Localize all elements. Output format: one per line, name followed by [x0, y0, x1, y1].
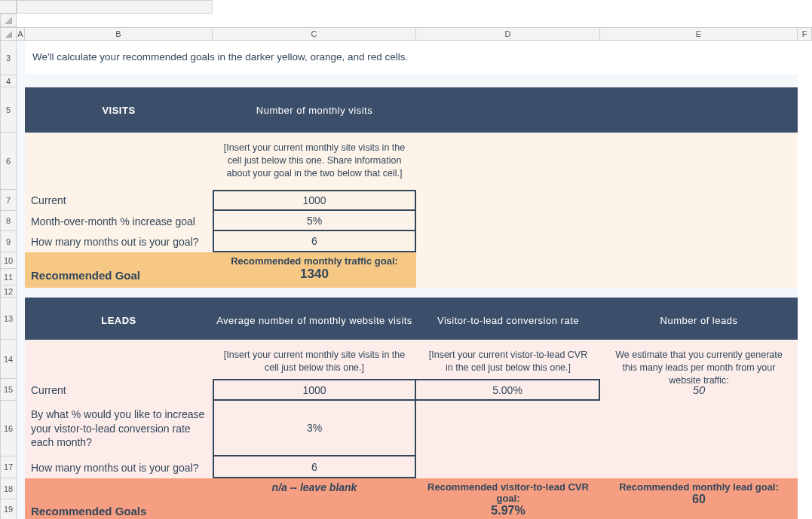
row-header[interactable]: 8 [0, 211, 17, 231]
row-header[interactable]: 11 [0, 269, 17, 285]
instruction-text: We'll calculate your recommended goals i… [25, 41, 798, 75]
visits-body: [Insert your current monthly site visits… [25, 133, 798, 252]
leads-current-visits-input[interactable]: 1000 [213, 379, 416, 401]
visits-rec-value: 1340 [217, 267, 412, 282]
leads-rec-label: Recommended Goals [25, 478, 213, 519]
leads-body: [Insert your current monthly site visits… [25, 340, 798, 478]
corner[interactable] [0, 14, 17, 27]
col-a-gap [17, 478, 25, 519]
sheet-content: We'll calculate your recommended goals i… [17, 41, 798, 519]
leads-hint-e: We estimate that you currently generate … [600, 340, 798, 379]
visits-mom-label: Month-over-month % increase goal [25, 211, 213, 231]
col-a-gap [17, 252, 25, 288]
visits-months-label: How many months out is your goal? [25, 231, 213, 252]
selectall-corner[interactable] [17, 0, 213, 14]
row-header[interactable]: 14 [0, 340, 17, 379]
col-headers: A B C D E [17, 27, 798, 41]
row-header[interactable]: 16 [0, 401, 17, 456]
col-header-B[interactable]: B [25, 27, 213, 41]
visits-col-c: Number of monthly visits [213, 105, 416, 116]
select-all-triangle-icon [5, 30, 12, 38]
leads-title: LEADS [25, 315, 213, 326]
visits-rec-label: Recommended Goal [25, 252, 213, 288]
col-header-E[interactable]: E [600, 27, 798, 41]
leads-hint-c: [Insert your current monthly site visits… [213, 340, 416, 379]
col-a-gap [17, 87, 25, 133]
leads-current-leads-value: 50 [600, 379, 798, 401]
leads-months-input[interactable]: 6 [213, 456, 416, 478]
leads-recommended: Recommended Goals n/a -- leave blank Rec… [25, 478, 798, 519]
visits-header: VISITS Number of monthly visits [25, 87, 798, 133]
col-header-A[interactable]: A [17, 27, 25, 41]
col-F-blank [798, 41, 812, 519]
leads-col-d: Visitor-to-lead conversion rate [416, 315, 600, 326]
sheet-grid: A [0, 14, 812, 27]
row-header[interactable]: 12 [0, 285, 17, 298]
visits-current-input[interactable]: 1000 [213, 190, 416, 211]
visits-current-label: Current [25, 190, 213, 211]
select-all[interactable] [0, 27, 17, 41]
leads-header: LEADS Average number of monthly website … [25, 298, 798, 343]
visits-mom-input[interactable]: 5% [213, 211, 416, 231]
leads-rec-cvr-value: 5.97% [421, 504, 596, 517]
leads-rec-leads-caption: Recommended monthly lead goal: [605, 481, 793, 493]
row-header[interactable]: 13 [0, 298, 17, 340]
col-a-gap [17, 340, 25, 478]
visits-rec-caption: Recommended monthly traffic goal: [217, 255, 412, 267]
spreadsheet [0, 0, 812, 14]
row-header[interactable]: 7 [0, 190, 17, 211]
row-header[interactable]: 18 [0, 478, 17, 499]
col-header-A[interactable] [0, 0, 17, 14]
row-header[interactable]: 3 [0, 41, 17, 75]
leads-hint-d: [Insert your current vistor-to-lead CVR … [416, 340, 600, 379]
leads-months-label: How many months out is your goal? [25, 456, 213, 478]
leads-col-e: Number of leads [600, 315, 798, 326]
leads-current-cvr-input[interactable]: 5.00% [416, 379, 600, 401]
leads-rec-cvr-caption: Recommended visitor-to-lead CVR goal: [421, 481, 596, 504]
row-header[interactable]: 19 [0, 499, 17, 519]
row-header[interactable]: 5 [0, 87, 17, 133]
leads-pct-label: By what % would you like to increase you… [25, 401, 213, 456]
leads-current-label: Current [25, 379, 213, 401]
outer: A B C D E F 3 4 5 6 7 8 9 10 11 12 13 14… [0, 27, 812, 519]
leads-pct-input[interactable]: 3% [213, 401, 416, 456]
visits-hint: [Insert your current monthly site visits… [213, 133, 416, 190]
row-headers: 3 4 5 6 7 8 9 10 11 12 13 14 15 16 17 18… [0, 41, 17, 519]
col-header-D[interactable]: D [416, 27, 600, 41]
visits-months-input[interactable]: 6 [213, 231, 416, 252]
visits-recommended: Recommended Goal Recommended monthly tra… [25, 252, 798, 288]
row-header[interactable]: 6 [0, 133, 17, 190]
row-header[interactable]: 17 [0, 456, 17, 478]
col-a-gap [17, 133, 25, 252]
row-header[interactable]: 9 [0, 231, 17, 252]
row-header[interactable]: 15 [0, 379, 17, 401]
col-a-gap [17, 41, 25, 75]
col-a-gap [17, 298, 25, 343]
row-header[interactable]: 10 [0, 252, 17, 269]
leads-rec-blank-value: n/a -- leave blank [217, 481, 412, 493]
visits-title: VISITS [25, 105, 213, 116]
col-header-C[interactable]: C [213, 27, 416, 41]
leads-rec-leads-value: 60 [605, 493, 793, 506]
col-header-F[interactable]: F [798, 27, 812, 41]
gap [17, 75, 798, 87]
row-header[interactable]: 4 [0, 75, 17, 87]
leads-col-c: Average number of monthly website visits [213, 315, 416, 326]
